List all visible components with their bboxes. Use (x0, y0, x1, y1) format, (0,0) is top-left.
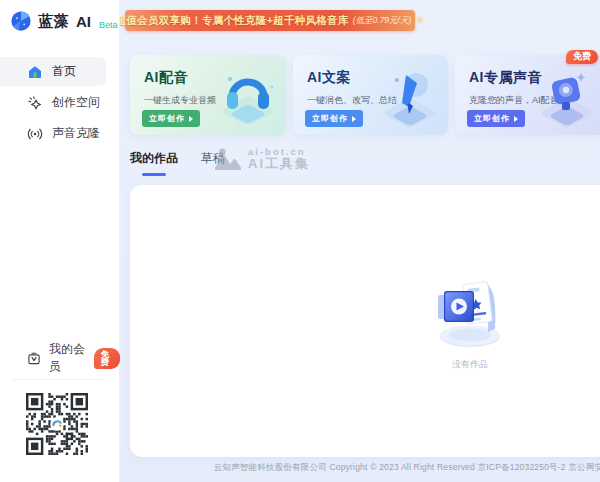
promo-text: 超值会员双享购！专属个性克隆+超千种风格音库 (115, 14, 348, 28)
membership-label: 我的会员 (49, 341, 87, 375)
sparkle-icon (27, 95, 43, 111)
card-ai-dubbing[interactable]: AI配音 一键生成专业音频 立即创作 (130, 55, 286, 135)
firework-icon: ✳ (415, 15, 424, 26)
free-badge: 免费 (566, 50, 598, 64)
sidebar: 蓝藻 AI Beta 首页 创作空间 声音克隆 (0, 0, 120, 482)
tab-label: 草稿 (201, 151, 225, 165)
button-label: 立即创作 (474, 113, 510, 124)
card-subtitle: 克隆您的声音，AI配音 (469, 94, 600, 107)
create-now-button[interactable]: 立即创作 (467, 110, 525, 127)
sidebar-item-creation-space[interactable]: 创作空间 (0, 88, 120, 117)
empty-state: 没有作品 (410, 269, 530, 371)
home-icon (27, 64, 43, 80)
watermark-domain: ai-bot.cn (248, 147, 310, 157)
brand-name: 蓝藻 (38, 12, 69, 31)
button-label: 立即创作 (149, 113, 185, 124)
card-ai-copywriting[interactable]: AI文案 一键润色、改写、总结 立即创作 (293, 55, 448, 135)
sidebar-item-label: 创作空间 (52, 94, 100, 111)
app-logo[interactable]: 蓝藻 AI Beta (10, 10, 118, 32)
play-arrow-icon (189, 116, 193, 122)
works-panel: 没有作品 (130, 185, 600, 457)
card-title: AI文案 (307, 69, 448, 87)
beta-tag: Beta (99, 20, 118, 32)
play-arrow-icon (514, 116, 518, 122)
empty-state-text: 没有作品 (410, 358, 530, 371)
sidebar-item-label: 首页 (52, 63, 76, 80)
create-now-button[interactable]: 立即创作 (142, 110, 200, 127)
create-now-button[interactable]: 立即创作 (305, 110, 363, 127)
empty-works-illustration (424, 269, 516, 351)
tab-my-works[interactable]: 我的作品 (130, 150, 178, 176)
works-tabs: 我的作品 草稿 (130, 150, 225, 176)
promo-price-note: (低至0.79元/天) (353, 15, 412, 27)
play-arrow-icon (352, 116, 356, 122)
watermark-title: AI工具集 (248, 157, 310, 171)
brand-sphere-icon (10, 10, 32, 32)
tab-label: 我的作品 (130, 151, 178, 165)
feature-cards: AI配音 一键生成专业音频 立即创作 AI文案 一键润色、改写、总结 (130, 55, 600, 135)
main-area: 超值会员双享购！专属个性克隆+超千种风格音库 (低至0.79元/天) ✳ AI配… (120, 0, 600, 482)
vip-bag-icon (26, 351, 42, 366)
voice-waves-icon (27, 126, 43, 142)
qr-code-image (26, 393, 88, 455)
promo-banner[interactable]: 超值会员双享购！专属个性克隆+超千种风格音库 (低至0.79元/天) ✳ (125, 10, 415, 31)
qr-code (26, 393, 88, 455)
sidebar-item-home[interactable]: 首页 (0, 57, 106, 86)
sidebar-item-label: 声音克隆 (52, 125, 100, 142)
footer-copyright: 云知声智能科技股份有限公司 Copyright © 2023 All Right… (120, 462, 600, 474)
sidebar-item-voice-clone[interactable]: 声音克隆 (0, 119, 120, 148)
card-title: AI配音 (144, 69, 286, 87)
card-ai-exclusive-voice[interactable]: 免费 AI专属声音 克隆您的声音，AI配音 立即创作 (455, 55, 600, 135)
free-badge: 免费 (94, 348, 120, 369)
sidebar-divider (12, 379, 106, 380)
button-label: 立即创作 (312, 113, 348, 124)
card-subtitle: 一键生成专业音频 (144, 94, 286, 107)
sidebar-nav: 首页 创作空间 声音克隆 (0, 57, 120, 150)
tab-drafts[interactable]: 草稿 (201, 150, 225, 176)
brand-ai: AI (76, 13, 91, 30)
watermark: ai-bot.cn AI工具集 (215, 147, 310, 171)
card-title: AI专属声音 (469, 69, 600, 87)
sidebar-item-membership[interactable]: 我的会员 免费 (0, 346, 120, 370)
card-subtitle: 一键润色、改写、总结 (307, 94, 448, 107)
